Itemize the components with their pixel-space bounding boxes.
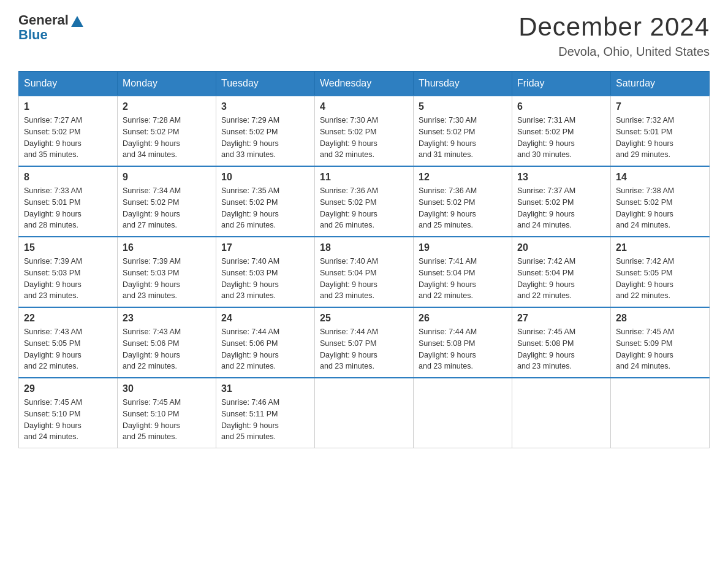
day-number: 10 <box>221 172 309 183</box>
day-number: 2 <box>123 101 211 112</box>
calendar-cell: 27Sunrise: 7:45 AMSunset: 5:08 PMDayligh… <box>512 307 611 378</box>
calendar-cell: 8Sunrise: 7:33 AMSunset: 5:01 PMDaylight… <box>19 166 118 237</box>
day-number: 1 <box>24 101 112 112</box>
calendar-table: SundayMondayTuesdayWednesdayThursdayFrid… <box>18 71 710 448</box>
day-number: 27 <box>517 313 605 324</box>
calendar-cell: 16Sunrise: 7:39 AMSunset: 5:03 PMDayligh… <box>118 237 216 307</box>
day-info: Sunrise: 7:38 AMSunset: 5:02 PMDaylight:… <box>616 185 704 231</box>
day-number: 11 <box>320 172 408 183</box>
calendar-cell: 23Sunrise: 7:43 AMSunset: 5:06 PMDayligh… <box>118 307 216 378</box>
calendar-cell: 19Sunrise: 7:41 AMSunset: 5:04 PMDayligh… <box>414 237 512 307</box>
day-number: 24 <box>221 313 309 324</box>
calendar-cell: 3Sunrise: 7:29 AMSunset: 5:02 PMDaylight… <box>216 96 315 166</box>
day-number: 31 <box>221 383 309 394</box>
month-title: December 2024 <box>518 12 710 42</box>
day-info: Sunrise: 7:45 AMSunset: 5:09 PMDaylight:… <box>616 326 704 372</box>
calendar-cell: 30Sunrise: 7:45 AMSunset: 5:10 PMDayligh… <box>118 378 216 448</box>
day-number: 16 <box>123 242 211 253</box>
column-header-wednesday: Wednesday <box>315 72 414 96</box>
week-row-2: 8Sunrise: 7:33 AMSunset: 5:01 PMDaylight… <box>19 166 710 237</box>
week-row-4: 22Sunrise: 7:43 AMSunset: 5:05 PMDayligh… <box>19 307 710 378</box>
calendar-cell <box>611 378 710 448</box>
column-header-friday: Friday <box>512 72 611 96</box>
day-info: Sunrise: 7:40 AMSunset: 5:04 PMDaylight:… <box>320 256 408 302</box>
column-header-saturday: Saturday <box>611 72 710 96</box>
day-number: 25 <box>320 313 408 324</box>
day-info: Sunrise: 7:30 AMSunset: 5:02 PMDaylight:… <box>320 115 408 161</box>
calendar-cell: 2Sunrise: 7:28 AMSunset: 5:02 PMDaylight… <box>118 96 216 166</box>
calendar-cell: 1Sunrise: 7:27 AMSunset: 5:02 PMDaylight… <box>19 96 118 166</box>
day-info: Sunrise: 7:37 AMSunset: 5:02 PMDaylight:… <box>517 185 605 231</box>
day-number: 3 <box>221 101 309 112</box>
logo: General Blue <box>18 12 83 43</box>
day-number: 19 <box>419 242 507 253</box>
day-number: 15 <box>24 242 112 253</box>
calendar-cell: 24Sunrise: 7:44 AMSunset: 5:06 PMDayligh… <box>216 307 315 378</box>
day-info: Sunrise: 7:46 AMSunset: 5:11 PMDaylight:… <box>221 397 309 443</box>
day-info: Sunrise: 7:43 AMSunset: 5:05 PMDaylight:… <box>24 326 112 372</box>
column-header-monday: Monday <box>118 72 216 96</box>
calendar-cell: 29Sunrise: 7:45 AMSunset: 5:10 PMDayligh… <box>19 378 118 448</box>
day-number: 21 <box>616 242 704 253</box>
day-info: Sunrise: 7:31 AMSunset: 5:02 PMDaylight:… <box>517 115 605 161</box>
day-info: Sunrise: 7:39 AMSunset: 5:03 PMDaylight:… <box>123 256 211 302</box>
calendar-cell: 4Sunrise: 7:30 AMSunset: 5:02 PMDaylight… <box>315 96 414 166</box>
calendar-cell: 7Sunrise: 7:32 AMSunset: 5:01 PMDaylight… <box>611 96 710 166</box>
calendar-cell: 22Sunrise: 7:43 AMSunset: 5:05 PMDayligh… <box>19 307 118 378</box>
title-section: December 2024 Devola, Ohio, United State… <box>518 12 710 59</box>
day-info: Sunrise: 7:43 AMSunset: 5:06 PMDaylight:… <box>123 326 211 372</box>
day-number: 14 <box>616 172 704 183</box>
logo-general-text: General <box>18 12 69 28</box>
calendar-cell: 31Sunrise: 7:46 AMSunset: 5:11 PMDayligh… <box>216 378 315 448</box>
day-number: 17 <box>221 242 309 253</box>
day-number: 22 <box>24 313 112 324</box>
column-header-tuesday: Tuesday <box>216 72 315 96</box>
day-number: 29 <box>24 383 112 394</box>
day-number: 4 <box>320 101 408 112</box>
calendar-cell: 13Sunrise: 7:37 AMSunset: 5:02 PMDayligh… <box>512 166 611 237</box>
calendar-cell <box>512 378 611 448</box>
column-header-thursday: Thursday <box>414 72 512 96</box>
week-row-3: 15Sunrise: 7:39 AMSunset: 5:03 PMDayligh… <box>19 237 710 307</box>
calendar-cell: 14Sunrise: 7:38 AMSunset: 5:02 PMDayligh… <box>611 166 710 237</box>
day-info: Sunrise: 7:30 AMSunset: 5:02 PMDaylight:… <box>419 115 507 161</box>
calendar-cell: 28Sunrise: 7:45 AMSunset: 5:09 PMDayligh… <box>611 307 710 378</box>
day-info: Sunrise: 7:35 AMSunset: 5:02 PMDaylight:… <box>221 185 309 231</box>
calendar-cell: 26Sunrise: 7:44 AMSunset: 5:08 PMDayligh… <box>414 307 512 378</box>
calendar-cell: 11Sunrise: 7:36 AMSunset: 5:02 PMDayligh… <box>315 166 414 237</box>
calendar-cell <box>315 378 414 448</box>
calendar-header-row: SundayMondayTuesdayWednesdayThursdayFrid… <box>19 72 710 96</box>
day-info: Sunrise: 7:34 AMSunset: 5:02 PMDaylight:… <box>123 185 211 231</box>
week-row-5: 29Sunrise: 7:45 AMSunset: 5:10 PMDayligh… <box>19 378 710 448</box>
calendar-cell: 15Sunrise: 7:39 AMSunset: 5:03 PMDayligh… <box>19 237 118 307</box>
calendar-cell <box>414 378 512 448</box>
day-info: Sunrise: 7:45 AMSunset: 5:10 PMDaylight:… <box>123 397 211 443</box>
day-number: 5 <box>419 101 507 112</box>
day-number: 23 <box>123 313 211 324</box>
day-info: Sunrise: 7:33 AMSunset: 5:01 PMDaylight:… <box>24 185 112 231</box>
calendar-cell: 10Sunrise: 7:35 AMSunset: 5:02 PMDayligh… <box>216 166 315 237</box>
day-info: Sunrise: 7:36 AMSunset: 5:02 PMDaylight:… <box>320 185 408 231</box>
day-number: 8 <box>24 172 112 183</box>
location-text: Devola, Ohio, United States <box>518 45 710 59</box>
calendar-cell: 17Sunrise: 7:40 AMSunset: 5:03 PMDayligh… <box>216 237 315 307</box>
day-info: Sunrise: 7:29 AMSunset: 5:02 PMDaylight:… <box>221 115 309 161</box>
day-info: Sunrise: 7:44 AMSunset: 5:06 PMDaylight:… <box>221 326 309 372</box>
calendar-cell: 5Sunrise: 7:30 AMSunset: 5:02 PMDaylight… <box>414 96 512 166</box>
day-number: 13 <box>517 172 605 183</box>
day-info: Sunrise: 7:40 AMSunset: 5:03 PMDaylight:… <box>221 256 309 302</box>
day-number: 18 <box>320 242 408 253</box>
calendar-cell: 21Sunrise: 7:42 AMSunset: 5:05 PMDayligh… <box>611 237 710 307</box>
day-number: 26 <box>419 313 507 324</box>
day-info: Sunrise: 7:39 AMSunset: 5:03 PMDaylight:… <box>24 256 112 302</box>
calendar-cell: 18Sunrise: 7:40 AMSunset: 5:04 PMDayligh… <box>315 237 414 307</box>
day-number: 12 <box>419 172 507 183</box>
day-number: 7 <box>616 101 704 112</box>
day-info: Sunrise: 7:32 AMSunset: 5:01 PMDaylight:… <box>616 115 704 161</box>
calendar-cell: 6Sunrise: 7:31 AMSunset: 5:02 PMDaylight… <box>512 96 611 166</box>
day-number: 9 <box>123 172 211 183</box>
day-number: 30 <box>123 383 211 394</box>
day-info: Sunrise: 7:36 AMSunset: 5:02 PMDaylight:… <box>419 185 507 231</box>
day-number: 6 <box>517 101 605 112</box>
day-info: Sunrise: 7:28 AMSunset: 5:02 PMDaylight:… <box>123 115 211 161</box>
